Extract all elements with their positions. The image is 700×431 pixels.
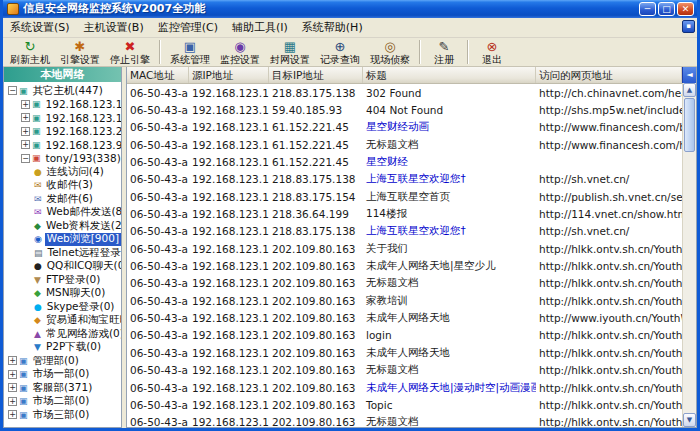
- tree-node-qq-icq[interactable]: ●QQ和ICQ聊天(0): [4, 260, 121, 274]
- maximize-button[interactable]: □: [658, 2, 675, 16]
- table-row[interactable]: 06-50-43-a192.168.123.193202.109.80.163l…: [127, 327, 682, 344]
- vertical-scrollbar[interactable]: ▲ ▼: [682, 83, 696, 427]
- table-row[interactable]: 06-50-43-a192.168.123.193202.109.80.163无…: [127, 275, 682, 292]
- refresh-hosts-button[interactable]: ↻刷新主机: [5, 39, 55, 66]
- cell-url: http://publish.sh.vnet.cn/search/07samp: [536, 188, 682, 205]
- tree-node-label: Skype登录(0): [45, 300, 117, 314]
- expand-expander-icon[interactable]: +: [8, 370, 17, 379]
- live-recon-button[interactable]: ◎现场侦察: [365, 39, 415, 66]
- department-icon: ▣: [19, 369, 28, 379]
- close-button[interactable]: ✕: [677, 2, 694, 16]
- menu-system-help[interactable]: 系统帮助(H): [295, 18, 370, 37]
- monitor-settings-button[interactable]: ◉监控设置: [215, 39, 265, 66]
- table-row[interactable]: 06-50-43-a192.168.123.193218.83.175.138上…: [127, 171, 682, 188]
- table-row[interactable]: 06-50-43-a192.168.123.19361.152.221.45无标…: [127, 136, 682, 153]
- expand-expander-icon[interactable]: +: [8, 383, 17, 392]
- tree-node-msn[interactable]: ◆MSN聊天(0): [4, 287, 121, 301]
- panel-collapse-button[interactable]: ◄: [682, 67, 696, 83]
- column-header-url[interactable]: 访问的网页地址: [536, 67, 682, 83]
- menu-monitor-manage[interactable]: 监控管理(C): [151, 18, 225, 37]
- table-body: 06-50-43-a192.168.123.193218.83.175.1383…: [127, 84, 696, 427]
- minimize-button[interactable]: ─: [639, 2, 656, 16]
- tree-node-web-browse[interactable]: ◉Web浏览[900]: [4, 233, 121, 247]
- engine-settings-button[interactable]: ✱引擎设置: [55, 39, 105, 66]
- menu-host-settings[interactable]: 主机设置(B): [77, 18, 151, 37]
- tree-node-label: 192.168.123.254/00-1E...: [44, 125, 121, 137]
- tree-node-connections[interactable]: ●连线访问(4): [4, 165, 121, 179]
- table-row[interactable]: 06-50-43-a192.168.123.193202.109.80.163未…: [127, 344, 682, 361]
- menu-system-settings[interactable]: 系统设置(S): [3, 18, 77, 37]
- expand-expander-icon[interactable]: +: [8, 410, 17, 419]
- column-header-title[interactable]: 标题: [363, 67, 536, 83]
- scroll-up-button[interactable]: ▲: [683, 83, 696, 97]
- table-row[interactable]: 06-50-43-a192.168.123.193202.109.80.163T…: [127, 396, 682, 413]
- table-row[interactable]: 06-50-43-a192.168.123.193202.109.80.163关…: [127, 240, 682, 257]
- column-header-dst[interactable]: 目标IP地址: [269, 67, 363, 83]
- table-row[interactable]: 06-50-43-a192.168.123.193202.109.80.163未…: [127, 257, 682, 274]
- table-row[interactable]: 06-50-43-a192.168.123.193218.83.175.138上…: [127, 223, 682, 240]
- column-header-mac[interactable]: MAC地址: [127, 67, 189, 83]
- table-row[interactable]: 06-50-43-a192.168.123.193202.109.80.163未…: [127, 309, 682, 326]
- tree-node-skype[interactable]: ●Skype登录(0): [4, 300, 121, 314]
- tree-node-host[interactable]: +▣192.168.123.254/00-1E...: [4, 125, 121, 139]
- exit-button[interactable]: ⊗退出: [473, 39, 511, 66]
- table-row[interactable]: 06-50-43-a192.168.123.19359.40.185.93404…: [127, 101, 682, 118]
- register-icon: ✎: [439, 40, 450, 54]
- tree-node-p2p[interactable]: ▼P2P下载(0): [4, 341, 121, 355]
- tree-node-mail-in[interactable]: ✉收邮件(3): [4, 179, 121, 193]
- tree-node-host[interactable]: +▣192.168.123.99/00-06-...: [4, 138, 121, 152]
- tree-node-webdata-send[interactable]: ◆Web资料发送(24): [4, 219, 121, 233]
- expand-expander-icon[interactable]: +: [21, 140, 30, 149]
- webmail-icon: ✉: [34, 207, 42, 217]
- register-button[interactable]: ✎注册: [425, 39, 463, 66]
- table-row[interactable]: 06-50-43-a192.168.123.193202.109.80.163无…: [127, 414, 682, 427]
- expand-expander-icon[interactable]: +: [21, 100, 30, 109]
- stop-engine-button[interactable]: ✖停止引擎: [105, 39, 155, 66]
- scroll-down-button[interactable]: ▼: [683, 413, 696, 427]
- cell-url: http://hlkk.ontv.sh.cn/YouthWeb/mrdt.a: [536, 414, 682, 427]
- tree-node-dept-market3[interactable]: +▣市场三部(0): [4, 408, 121, 422]
- tree-node-host[interactable]: +▣192.168.123.192/00-E0...: [4, 98, 121, 112]
- menu-aux-tools[interactable]: 辅助工具(I): [225, 18, 295, 37]
- tree-node-mail-out[interactable]: ✉发邮件(6): [4, 192, 121, 206]
- expand-expander-icon[interactable]: +: [8, 397, 17, 406]
- p2p-download-icon: ▼: [34, 342, 41, 352]
- collapse-expander-icon[interactable]: −: [21, 154, 30, 163]
- tree-node-dept-market2[interactable]: +▣市场二部(0): [4, 395, 121, 409]
- scroll-thumb[interactable]: [684, 98, 695, 152]
- tree-node-telnet[interactable]: ▤Telnet远程登录(0): [4, 246, 121, 260]
- expand-expander-icon[interactable]: +: [21, 127, 30, 136]
- table-row[interactable]: 06-50-43-a192.168.123.193218.36.64.19911…: [127, 205, 682, 222]
- tree-node-host[interactable]: +▣192.168.123.174/00-0...: [4, 111, 121, 125]
- collapse-expander-icon[interactable]: −: [8, 86, 17, 95]
- expand-expander-icon[interactable]: +: [21, 113, 30, 122]
- tree-node-dept-admin[interactable]: +▣管理部(0): [4, 354, 121, 368]
- table-row[interactable]: 06-50-43-a192.168.123.19361.152.221.45星空…: [127, 119, 682, 136]
- tree-node-host-tony[interactable]: −▣tony/193(338): [4, 152, 121, 166]
- toolbar-button-label: 系统管理: [170, 54, 210, 65]
- tree-node-ftp[interactable]: ▼FTP登录(0): [4, 273, 121, 287]
- computers-icon: ▣: [19, 86, 28, 96]
- table-row[interactable]: 06-50-43-a192.168.123.193202.109.80.163无…: [127, 362, 682, 379]
- tree-node-dept-market1[interactable]: +▣市场一部(0): [4, 368, 121, 382]
- toolbar: ↻刷新主机✱引擎设置✖停止引擎▣系统管理◉监控设置▦封网设置⊕记录查询◎现场侦察…: [3, 38, 697, 67]
- table-row[interactable]: 06-50-43-a192.168.123.193218.83.175.1383…: [127, 84, 682, 101]
- table-row[interactable]: 06-50-43-a192.168.123.193202.109.80.163家…: [127, 292, 682, 309]
- tree-node-games[interactable]: ▲常见网络游戏(0): [4, 327, 121, 341]
- table-row[interactable]: 06-50-43-a192.168.123.193202.109.80.163未…: [127, 379, 682, 396]
- cell-title: 未成年人网络天地: [363, 309, 536, 326]
- tree-node-webmail-send[interactable]: ✉Web邮件发送(8): [4, 206, 121, 220]
- system-manage-button[interactable]: ▣系统管理: [165, 39, 215, 66]
- record-query-button[interactable]: ⊕记录查询: [315, 39, 365, 66]
- cell-title: 上海互联星空欢迎您†: [363, 171, 536, 188]
- tree-node-dept-service[interactable]: +▣客服部(371): [4, 381, 121, 395]
- menu-corner-icon[interactable]: ▪: [682, 20, 695, 33]
- scroll-track[interactable]: [683, 153, 696, 413]
- column-header-src[interactable]: 源IP地址: [189, 67, 269, 83]
- expand-expander-icon[interactable]: +: [8, 356, 17, 365]
- table-row[interactable]: 06-50-43-a192.168.123.193218.83.175.154上…: [127, 188, 682, 205]
- tree-node-other-hosts[interactable]: −▣其它主机(447): [4, 84, 121, 98]
- block-net-settings-button[interactable]: ▦封网设置: [265, 39, 315, 66]
- table-row[interactable]: 06-50-43-a192.168.123.19361.152.221.45星空…: [127, 153, 682, 170]
- tree-node-trade-chat[interactable]: ◆贸易通和淘宝旺旺(0): [4, 314, 121, 328]
